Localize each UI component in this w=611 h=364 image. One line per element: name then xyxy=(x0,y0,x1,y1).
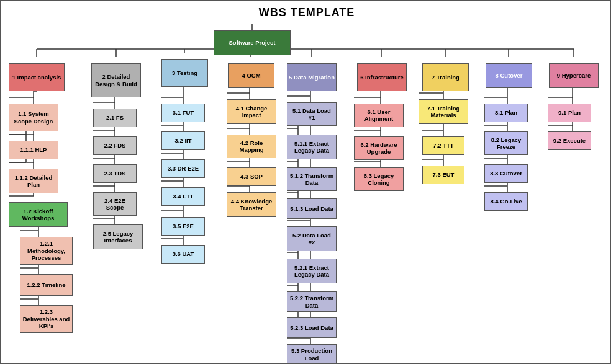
wbs-node-n12: 1.2 Kickoff Workshops xyxy=(9,202,68,227)
wbs-node-n523: 5.2.3 Load Data xyxy=(287,317,337,338)
wbs-node-n122: 1.2.2 Timeline xyxy=(20,274,73,296)
wbs-node-n521: 5.2.1 Extract Legacy Data xyxy=(287,259,337,283)
wbs-node-n42: 4.2 Role Mapping xyxy=(227,135,276,158)
wbs-node-n61: 6.1 User Alignment xyxy=(354,104,404,127)
wbs-node-n5: 5 Data Migration xyxy=(287,63,337,91)
wbs-node-n11: 1.1 System Scope Design xyxy=(9,104,58,131)
wbs-node-n91: 9.1 Plan xyxy=(548,104,591,122)
wbs-node-n21: 2.1 FS xyxy=(93,109,137,127)
wbs-node-n81: 8.1 Plan xyxy=(484,104,528,122)
wbs-node-n92: 9.2 Execute xyxy=(548,131,591,150)
wbs-node-n22: 2.2 FDS xyxy=(93,136,137,155)
wbs-node-n33: 3.3 DR E2E xyxy=(161,159,205,178)
wbs-node-n44: 4.4 Knowledge Transfer xyxy=(227,192,276,217)
wbs-node-n9: 9 Hypercare xyxy=(549,63,599,88)
wbs-node-n51: 5.1 Data Load #1 xyxy=(287,102,337,126)
wbs-node-n512: 5.1.2 Transform Data xyxy=(287,167,337,191)
wbs-node-n522: 5.2.2 Transform Data xyxy=(287,291,337,312)
wbs-node-n4: 4 OCM xyxy=(228,63,274,88)
wbs-node-n31: 3.1 FUT xyxy=(161,104,205,122)
wbs-node-n111: 1.1.1 HLP xyxy=(9,141,58,159)
wbs-node-n2: 2 Detailed Design & Build xyxy=(91,63,141,97)
wbs-node-n7: 7 Training xyxy=(422,63,469,91)
wbs-node-n121: 1.2.1 Methodology, Processes xyxy=(20,237,73,265)
wbs-node-root: Software Project xyxy=(214,30,291,55)
wbs-page: WBS TEMPLATE xyxy=(1,1,611,364)
wbs-node-n63: 6.3 Legacy Cloning xyxy=(354,167,404,191)
wbs-node-n73: 7.3 EUT xyxy=(422,166,464,184)
wbs-node-n41: 4.1 Change Impact xyxy=(227,99,276,124)
wbs-node-n62: 6.2 Hardware Upgrade xyxy=(354,136,404,160)
wbs-node-n25: 2.5 Legacy Interfaces xyxy=(93,224,143,249)
wbs-node-n35: 3.5 E2E xyxy=(161,217,205,236)
wbs-node-n32: 3.2 IIT xyxy=(161,131,205,150)
wbs-node-n82: 8.2 Legacy Freeze xyxy=(484,131,528,155)
wbs-node-n23: 2.3 TDS xyxy=(93,164,137,183)
wbs-node-n8: 8 Cutover xyxy=(486,63,532,88)
wbs-node-n36: 3.6 UAT xyxy=(161,245,205,264)
wbs-node-n3: 3 Testing xyxy=(161,59,208,87)
page-title: WBS TEMPLATE xyxy=(1,1,611,22)
wbs-node-n1: 1 Impact analysis xyxy=(9,63,65,91)
wbs-node-n43: 4.3 SOP xyxy=(227,167,276,186)
wbs-node-n513: 5.1.3 Load Data xyxy=(287,198,337,219)
wbs-node-n83: 8.3 Cutover xyxy=(484,164,528,183)
wbs-node-n123: 1.2.3 Deliverables and KPI's xyxy=(20,305,73,333)
wbs-node-n112: 1.1.2 Detailed Plan xyxy=(9,169,58,193)
wbs-node-n24: 2.4 E2E Scope xyxy=(93,192,137,216)
wbs-node-n511: 5.1.1 Extract Legacy Data xyxy=(287,135,337,159)
wbs-node-n34: 3.4 FTT xyxy=(161,187,205,206)
wbs-node-n84: 8.4 Go-Live xyxy=(484,192,528,211)
wbs-node-n53: 5.3 Production Load xyxy=(287,344,337,364)
wbs-node-n52: 5.2 Data Load #2 xyxy=(287,226,337,251)
wbs-node-n71: 7.1 Training Materials xyxy=(419,99,468,124)
wbs-node-n6: 6 Infrastructure xyxy=(357,63,407,91)
wbs-node-n72: 7.2 TTT xyxy=(422,136,464,155)
